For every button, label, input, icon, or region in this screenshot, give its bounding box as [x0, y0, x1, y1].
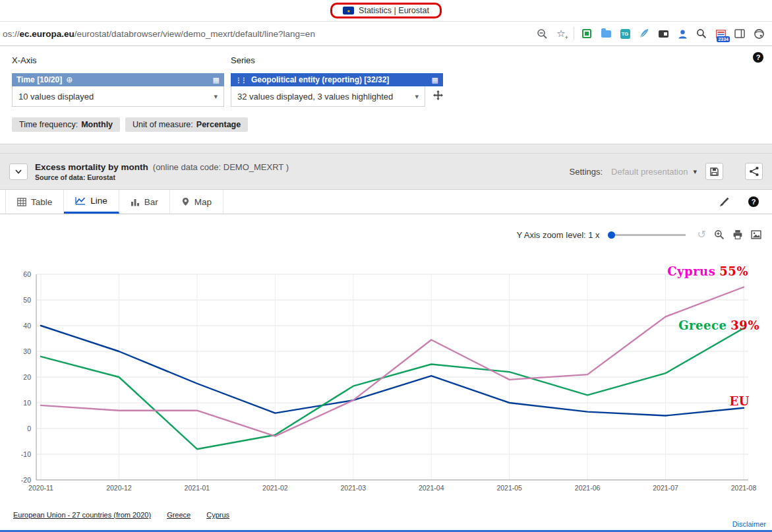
svg-text:40: 40	[23, 322, 31, 330]
tab-table[interactable]: Table	[5, 190, 64, 214]
page-title: Excess mortality by month	[35, 162, 148, 172]
geo-values-summary: 32 values displayed, 3 values highlighte…	[237, 92, 393, 102]
eu-flag-icon: ★	[343, 7, 354, 15]
feather-icon[interactable]	[638, 27, 651, 40]
legend-item-cyprus[interactable]: Cyprus	[206, 511, 229, 519]
tab-map[interactable]: Map	[170, 190, 223, 214]
undo-icon[interactable]: ↺	[698, 229, 706, 240]
x-axis-label: X-Axis	[12, 55, 224, 65]
y-zoom-label: Y Axis zoom level: 1 x	[516, 230, 599, 240]
panel-separator	[0, 144, 772, 154]
svg-text:-10: -10	[21, 450, 31, 458]
folder-icon[interactable]	[599, 27, 612, 40]
badge-count: 2334	[717, 36, 730, 42]
tg-extension-icon[interactable]: TG	[618, 27, 632, 40]
svg-text:2020-11: 2020-11	[28, 484, 53, 492]
svg-text:2021-02: 2021-02	[262, 484, 288, 492]
move-icon[interactable]	[433, 90, 443, 103]
chart-toolbar: Y Axis zoom level: 1 x ↺	[0, 214, 772, 243]
svg-text:2021-03: 2021-03	[341, 484, 367, 492]
screenshot-tool-icon[interactable]	[580, 27, 593, 40]
bookmark-star-icon[interactable]: ☆+	[554, 27, 568, 40]
svg-text:2021-05: 2021-05	[496, 484, 522, 492]
browser-tab-strip: ★ Statistics | Eurostat	[0, 0, 772, 22]
time-dimension-header[interactable]: Time [10/20] ⊕ ▦	[12, 73, 224, 86]
svg-text:50: 50	[23, 296, 31, 304]
grid-icon[interactable]: ▦	[213, 76, 220, 84]
time-values-summary: 10 values displayed	[18, 92, 94, 102]
geo-dimension-header[interactable]: ⋮⋮ Geopolitical entity (reporting) [32/3…	[231, 73, 443, 86]
svg-text:60: 60	[23, 270, 31, 278]
chip-time-frequency[interactable]: Time frequency:Monthly	[12, 117, 120, 132]
chevron-down-icon: ▾	[693, 167, 697, 176]
grid-icon[interactable]: ▦	[432, 76, 438, 84]
svg-text:2021-04: 2021-04	[419, 484, 444, 492]
browser-tab-title: Statistics | Eurostat	[359, 6, 429, 15]
display-icon[interactable]	[657, 27, 670, 40]
disclaimer-link[interactable]: Disclaimer	[732, 520, 766, 528]
address-bar[interactable]: os://ec.europa.eu/eurostat/databrowser/v…	[3, 29, 529, 39]
legend-item-eu[interactable]: European Union - 27 countries (from 2020…	[13, 511, 151, 519]
zoom-out-icon[interactable]	[535, 27, 549, 40]
view-tab-bar: Table Line Bar Map ?	[0, 190, 772, 214]
chart-canvas[interactable]: -20-1001020304050602020-112020-122021-01…	[0, 258, 772, 503]
sidebar-panel-icon[interactable]	[733, 27, 746, 40]
svg-text:2020-12: 2020-12	[106, 484, 132, 492]
line-chart[interactable]: -20-1001020304050602020-112020-122021-01…	[0, 258, 772, 503]
legend-item-greece[interactable]: Greece	[167, 511, 191, 519]
profile-icon[interactable]	[676, 27, 689, 40]
globe-icon[interactable]	[752, 27, 765, 40]
dimension-chips: Time frequency:Monthly Unit of measure:P…	[12, 117, 760, 132]
presentation-select[interactable]: Default presentation ▾	[609, 167, 699, 177]
zoom-icon[interactable]	[714, 229, 725, 240]
url-domain: ec.europa.eu	[20, 29, 74, 39]
collapse-button[interactable]	[9, 163, 28, 180]
url-path: /eurostat/databrowser/view/demo_mexrt/de…	[74, 29, 315, 39]
add-icon[interactable]: ⊕	[66, 75, 73, 84]
svg-text:-20: -20	[21, 476, 31, 484]
time-values-dropdown[interactable]: 10 values displayed ▾	[12, 86, 224, 107]
share-button[interactable]	[745, 163, 763, 180]
annotation-red-box: ★ Statistics | Eurostat	[330, 3, 442, 18]
svg-text:20: 20	[23, 373, 31, 381]
y-zoom-slider[interactable]	[608, 234, 686, 236]
geo-values-dropdown[interactable]: 32 values displayed, 3 values highlighte…	[231, 86, 425, 107]
chevron-down-icon: ▾	[214, 92, 218, 101]
browser-tab[interactable]: ★ Statistics | Eurostat	[343, 6, 429, 15]
browser-toolbar: os://ec.europa.eu/eurostat/databrowser/v…	[0, 22, 772, 46]
help-icon[interactable]: ?	[748, 196, 759, 207]
tab-line[interactable]: Line	[64, 190, 119, 214]
help-icon[interactable]: ?	[753, 52, 763, 63]
alerts-badge-icon[interactable]: 2334	[714, 27, 727, 40]
drag-handle-icon[interactable]: ⋮⋮	[235, 76, 246, 84]
time-dimension-title: Time [10/20]	[16, 75, 62, 84]
slider-thumb[interactable]	[608, 231, 615, 239]
print-icon[interactable]	[732, 229, 743, 240]
format-brush-icon[interactable]	[719, 196, 730, 207]
chart-region: Y Axis zoom level: 1 x ↺ -20-10010203040…	[0, 214, 772, 519]
annotation-cyprus: Cyprus55%	[667, 264, 748, 278]
export-image-icon[interactable]	[751, 229, 761, 240]
tab-bar[interactable]: Bar	[119, 190, 170, 214]
dataset-header: Excess mortality by month (online data c…	[0, 154, 772, 190]
save-button[interactable]	[705, 163, 723, 180]
chart-legend: European Union - 27 countries (from 2020…	[0, 511, 772, 519]
toolbar-divider	[574, 27, 574, 40]
annotation-greece: Greece39%	[678, 318, 759, 332]
chevron-down-icon: ▾	[415, 92, 419, 101]
svg-text:2021-08: 2021-08	[731, 484, 757, 492]
search-icon[interactable]	[695, 27, 708, 40]
filters-panel: ? X-Axis Time [10/20] ⊕ ▦ 10 values disp…	[0, 46, 772, 144]
page-root: ★ Statistics | Eurostat os://ec.europa.e…	[0, 0, 772, 532]
svg-text:2021-07: 2021-07	[653, 484, 678, 492]
geo-dimension-title: Geopolitical entity (reporting) [32/32]	[251, 75, 389, 84]
chip-unit-of-measure[interactable]: Unit of measure:Percentage	[125, 117, 248, 132]
svg-text:30: 30	[23, 347, 31, 355]
data-code: (online data code: DEMO_MEXRT )	[153, 162, 289, 172]
svg-text:0: 0	[27, 425, 31, 432]
settings-label: Settings:	[570, 167, 603, 177]
annotation-eu: EU	[730, 394, 750, 408]
data-source: Source of data: Eurostat	[35, 173, 289, 181]
svg-text:2021-01: 2021-01	[185, 484, 210, 492]
url-prefix: os://	[3, 29, 20, 39]
